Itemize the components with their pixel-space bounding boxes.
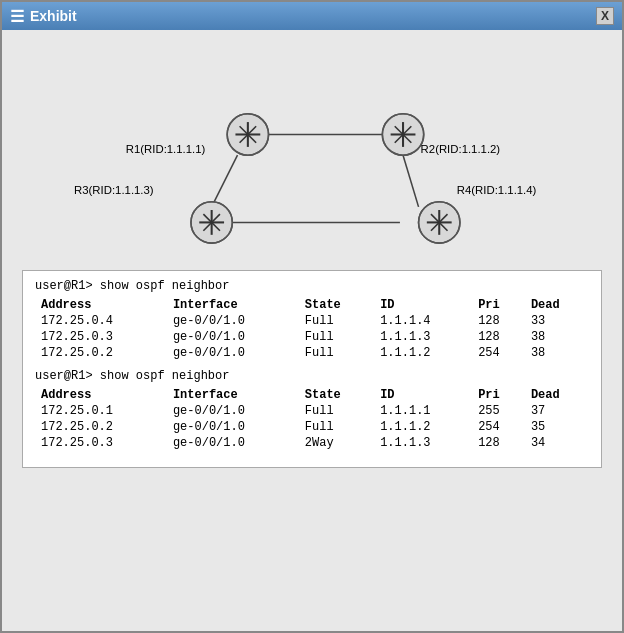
table-row: 172.25.0.2ge-0/0/1.0Full1.1.1.225438 — [35, 345, 589, 361]
col-dead-2: Dead — [525, 387, 589, 403]
ospf-table-2: user@R1> show ospf neighbor Address Inte… — [35, 369, 589, 451]
table-cell: 255 — [472, 403, 525, 419]
table-row: 172.25.0.4ge-0/0/1.0Full1.1.1.412833 — [35, 313, 589, 329]
table-cell: 172.25.0.4 — [35, 313, 167, 329]
neighbor-table-2: Address Interface State ID Pri Dead 172.… — [35, 387, 589, 451]
ospf-tables: user@R1> show ospf neighbor Address Inte… — [22, 270, 602, 468]
table-cell: Full — [299, 329, 374, 345]
table-row: 172.25.0.3ge-0/0/1.0Full1.1.1.312838 — [35, 329, 589, 345]
col-id-2: ID — [374, 387, 472, 403]
col-interface-2: Interface — [167, 387, 299, 403]
command-1: user@R1> show ospf neighbor — [35, 279, 589, 293]
content-area: R1(RID:1.1.1.1) R2(RID:1.1.1.2) — [2, 30, 622, 631]
table-row: 172.25.0.1ge-0/0/1.0Full1.1.1.125537 — [35, 403, 589, 419]
r2-label: R2(RID:1.1.1.2) — [421, 143, 501, 155]
table-cell: 172.25.0.1 — [35, 403, 167, 419]
close-button[interactable]: X — [596, 7, 614, 25]
title-bar-left: ☰ Exhibit — [10, 7, 77, 26]
table-cell: 1.1.1.1 — [374, 403, 472, 419]
router-r2 — [382, 114, 423, 155]
table-cell: Full — [299, 345, 374, 361]
col-pri-1: Pri — [472, 297, 525, 313]
col-pri-2: Pri — [472, 387, 525, 403]
table-cell: 1.1.1.2 — [374, 345, 472, 361]
app-icon: ☰ — [10, 7, 24, 26]
table-row: 172.25.0.2ge-0/0/1.0Full1.1.1.225435 — [35, 419, 589, 435]
table-header-row-2: Address Interface State ID Pri Dead — [35, 387, 589, 403]
table-cell: 1.1.1.3 — [374, 329, 472, 345]
table-cell: 172.25.0.2 — [35, 345, 167, 361]
exhibit-window: ☰ Exhibit X — [0, 0, 624, 633]
r1-r3-line — [212, 155, 238, 207]
table-cell: 38 — [525, 329, 589, 345]
table-cell: 1.1.1.3 — [374, 435, 472, 451]
network-diagram: R1(RID:1.1.1.1) R2(RID:1.1.1.2) — [12, 40, 612, 260]
table-cell: ge-0/0/1.0 — [167, 329, 299, 345]
diagram-svg: R1(RID:1.1.1.1) R2(RID:1.1.1.2) — [12, 40, 612, 260]
table-cell: 1.1.1.4 — [374, 313, 472, 329]
col-interface-1: Interface — [167, 297, 299, 313]
table-cell: 128 — [472, 313, 525, 329]
table-cell: ge-0/0/1.0 — [167, 345, 299, 361]
table-cell: 34 — [525, 435, 589, 451]
table-cell: ge-0/0/1.0 — [167, 435, 299, 451]
table-cell: 128 — [472, 329, 525, 345]
table-cell: 2Way — [299, 435, 374, 451]
table-cell: 254 — [472, 419, 525, 435]
table-cell: 128 — [472, 435, 525, 451]
command-2: user@R1> show ospf neighbor — [35, 369, 589, 383]
table-cell: 33 — [525, 313, 589, 329]
col-state-2: State — [299, 387, 374, 403]
table-cell: ge-0/0/1.0 — [167, 403, 299, 419]
table-cell: ge-0/0/1.0 — [167, 313, 299, 329]
table-cell: 172.25.0.3 — [35, 435, 167, 451]
table-cell: 172.25.0.2 — [35, 419, 167, 435]
table-cell: 37 — [525, 403, 589, 419]
router-r4 — [419, 202, 460, 243]
table-cell: 254 — [472, 345, 525, 361]
col-address-2: Address — [35, 387, 167, 403]
table-header-row-1: Address Interface State ID Pri Dead — [35, 297, 589, 313]
table-cell: Full — [299, 419, 374, 435]
r2-r4-line — [403, 155, 419, 207]
router-r3 — [191, 202, 232, 243]
table-cell: 1.1.1.2 — [374, 419, 472, 435]
ospf-table-1: user@R1> show ospf neighbor Address Inte… — [35, 279, 589, 361]
title-bar: ☰ Exhibit X — [2, 2, 622, 30]
router-r1 — [227, 114, 268, 155]
table-cell: Full — [299, 313, 374, 329]
table-cell: 172.25.0.3 — [35, 329, 167, 345]
col-dead-1: Dead — [525, 297, 589, 313]
window-title: Exhibit — [30, 8, 77, 24]
table-cell: Full — [299, 403, 374, 419]
r3-label: R3(RID:1.1.1.3) — [74, 184, 154, 196]
table-cell: 35 — [525, 419, 589, 435]
table-cell: ge-0/0/1.0 — [167, 419, 299, 435]
col-id-1: ID — [374, 297, 472, 313]
table-cell: 38 — [525, 345, 589, 361]
r1-label: R1(RID:1.1.1.1) — [126, 143, 206, 155]
col-state-1: State — [299, 297, 374, 313]
col-address-1: Address — [35, 297, 167, 313]
table-row: 172.25.0.3ge-0/0/1.02Way1.1.1.312834 — [35, 435, 589, 451]
neighbor-table-1: Address Interface State ID Pri Dead 172.… — [35, 297, 589, 361]
r4-label: R4(RID:1.1.1.4) — [457, 184, 537, 196]
